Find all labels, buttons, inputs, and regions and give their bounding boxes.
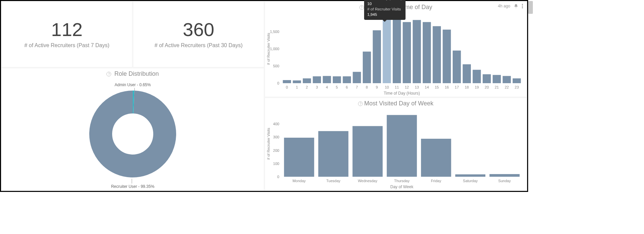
bar [453,51,461,83]
title-text: Most Visited Day of Week [364,100,433,107]
scrollbar-thumb[interactable] [528,1,533,14]
svg-text:300: 300 [273,135,279,139]
svg-text:17: 17 [455,85,459,89]
bar [503,76,511,83]
bar [403,22,411,83]
bar [343,76,351,83]
svg-text:Time of Day (Hours): Time of Day (Hours) [384,91,420,96]
svg-point-2 [522,4,523,5]
svg-text:20: 20 [485,85,489,89]
dashboard: 112 # of Active Recruiters (Past 7 Days)… [0,0,528,192]
svg-text:200: 200 [273,148,279,153]
bar [283,80,291,83]
svg-text:19: 19 [475,85,479,89]
bar [313,76,321,83]
svg-text:16: 16 [445,85,449,89]
leader-line [132,179,132,183]
bar [284,138,314,177]
bar [303,78,311,83]
svg-text:15: 15 [435,85,439,89]
bar [421,139,451,177]
bar [373,30,381,83]
donut-chart [87,89,178,179]
card-header: ? Most Visited Time of Day 4h ago [265,2,526,11]
bar [363,52,371,83]
help-icon[interactable]: ? [359,5,364,10]
card-meta: 4h ago [498,4,523,8]
svg-text:Wednesday: Wednesday [358,179,377,183]
bar [413,20,421,83]
svg-text:500: 500 [273,64,279,68]
svg-text:14: 14 [425,85,429,89]
svg-text:Monday: Monday [292,179,306,183]
svg-text:0: 0 [277,175,279,179]
bar [423,22,431,83]
card-title: ? Role Distribution [2,68,264,77]
donut-label-recruiter: Recruiter User - 99.35% [111,184,155,189]
role-distribution-card: ? Role Distribution Admin User - 0.65% R… [2,68,264,190]
bar [433,26,441,83]
day-of-week-card: ? Most Visited Day of Week 0100200300400… [265,98,526,190]
svg-text:12: 12 [405,85,409,89]
kpi-active-recruiters-30d: 360 # of Active Recruiters (Past 30 Days… [133,2,264,67]
chart-body: 0100200300400MondayTuesdayWednesdayThurs… [265,108,526,190]
bar [483,74,491,83]
bell-icon[interactable] [514,4,518,8]
svg-text:22: 22 [505,85,509,89]
bar [493,75,501,83]
kpi-value: 112 [51,20,83,39]
bar [443,30,451,83]
svg-text:18: 18 [465,85,469,89]
svg-text:3: 3 [316,85,318,89]
svg-text:1: 1 [296,85,298,89]
bar [318,131,348,177]
svg-point-4 [522,7,523,8]
timestamp-label: 4h ago [498,4,510,8]
bar [463,64,471,83]
bar [393,17,401,83]
svg-text:Friday: Friday [431,179,441,183]
bar [455,174,485,177]
svg-text:7: 7 [356,85,358,89]
svg-point-0 [100,101,166,167]
title-text: Role Distribution [114,70,159,77]
svg-text:4: 4 [326,85,328,89]
svg-text:100: 100 [273,162,279,166]
svg-text:21: 21 [495,85,499,89]
svg-text:0: 0 [286,85,288,89]
bar [489,174,519,177]
help-icon[interactable]: ? [106,72,111,76]
bar [323,76,331,83]
svg-text:400: 400 [273,122,279,126]
bar [293,80,301,83]
right-column: ? Most Visited Time of Day 4h ago 05001,… [264,1,527,191]
svg-text:Day of Week: Day of Week [390,185,414,189]
tooltip-line: Time of Day (Hours) [367,0,402,1]
kpi-active-recruiters-7d: 112 # of Active Recruiters (Past 7 Days) [2,2,132,67]
svg-text:# of Recruiter Visits: # of Recruiter Visits [266,33,270,65]
kebab-menu-icon[interactable] [522,4,523,8]
svg-text:Saturday: Saturday [463,179,478,183]
donut-label-admin: Admin User - 0.65% [115,82,151,87]
svg-text:23: 23 [515,85,519,89]
help-icon[interactable]: ? [358,101,363,106]
kpi-row: 112 # of Active Recruiters (Past 7 Days)… [1,1,264,68]
svg-text:5: 5 [336,85,338,89]
svg-text:8: 8 [366,85,368,89]
svg-text:2: 2 [306,85,308,89]
svg-text:Thursday: Thursday [394,179,410,183]
title-text: Most Visited Time of Day [365,4,432,11]
bar [387,115,417,177]
svg-text:9: 9 [376,85,378,89]
bar [383,16,391,83]
svg-text:6: 6 [346,85,348,89]
svg-text:10: 10 [385,85,389,89]
svg-text:11: 11 [395,85,399,89]
svg-text:Sunday: Sunday [498,179,511,183]
kpi-value: 360 [183,20,214,39]
svg-text:# of Recruiter Visits: # of Recruiter Visits [266,128,270,160]
bar [353,126,383,177]
svg-point-3 [522,5,523,6]
bar [513,78,521,83]
chart-body: 05001,0001,50001234567891011121314151617… [265,12,526,97]
